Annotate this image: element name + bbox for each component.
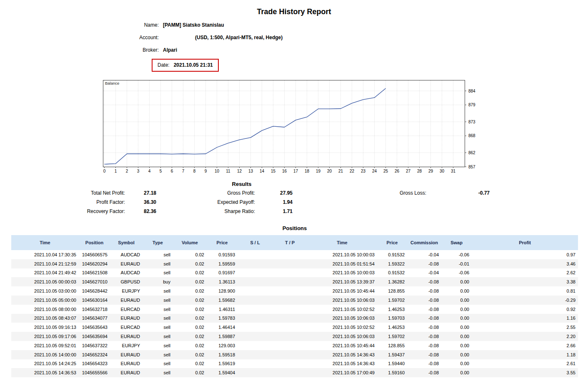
y-tick-label: 862 — [468, 150, 475, 155]
table-cell: sell — [143, 296, 173, 305]
table-cell: 1045627010 — [79, 277, 110, 286]
table-cell — [273, 286, 307, 296]
x-tick-label: 6 — [171, 169, 173, 173]
x-tick-label: 20 — [327, 169, 332, 173]
table-cell: 2021.10.05 17:00:49 — [307, 368, 377, 377]
table-cell — [238, 332, 273, 341]
results-section: Results Total Net Profit:27.18Gross Prof… — [0, 181, 588, 214]
table-cell — [273, 277, 307, 286]
table-cell: 0.02 — [173, 277, 207, 286]
table-cell: 0.00 — [441, 350, 472, 359]
table-cell: 2021.10.05 10:00:03 — [307, 268, 377, 278]
x-tick-label: 3 — [137, 169, 140, 173]
table-cell — [238, 268, 273, 278]
column-header: Position — [79, 235, 110, 250]
table-cell: EURCAD — [110, 323, 143, 332]
table-cell: sell — [143, 359, 173, 368]
table-cell — [273, 305, 307, 314]
table-row: 2021.10.05 05:00:001045630164EURAUDsell0… — [11, 296, 578, 305]
table-cell: -0.08 — [407, 332, 441, 341]
table-cell — [273, 296, 307, 305]
table-cell — [238, 359, 273, 368]
table-cell: 0.00 — [441, 286, 472, 296]
table-cell — [273, 341, 307, 350]
positions-heading: Positions — [11, 225, 578, 232]
table-cell: 3.46 — [472, 259, 578, 268]
table-cell: 0.00 — [441, 277, 472, 286]
table-cell: 2021.10.05 14:36:43 — [307, 359, 377, 368]
report-info: Name:[PAMM] Siatsko Stanislau Account:(U… — [0, 21, 588, 72]
table-cell: 2021.10.05 14:00:00 — [11, 350, 79, 359]
table-cell: buy — [143, 277, 173, 286]
table-cell: 0.02 — [173, 314, 207, 323]
table-cell: 1.59440 — [377, 359, 407, 368]
table-cell: 0.00 — [441, 323, 472, 332]
table-cell: 1.46414 — [207, 323, 238, 332]
table-cell: EURAUD — [110, 368, 143, 377]
table-cell: 1045654323 — [79, 359, 110, 368]
table-cell: 0.00 — [441, 359, 472, 368]
table-cell: 0.81 — [472, 286, 578, 296]
table-cell: 1.59404 — [207, 368, 238, 377]
table-cell: 1045620294 — [79, 259, 110, 268]
table-cell — [273, 332, 307, 341]
result-label — [293, 208, 426, 214]
table-cell: 0.02 — [173, 350, 207, 359]
table-cell: 2.61 — [472, 359, 578, 368]
table-cell: 0.02 — [173, 268, 207, 278]
table-cell: sell — [143, 259, 173, 268]
table-cell — [238, 286, 273, 296]
x-tick-label: 8 — [193, 169, 196, 173]
page-title: Trade History Report — [0, 8, 588, 16]
table-cell: 2021.10.04 21:49:42 — [11, 268, 79, 278]
table-cell: -0.08 — [407, 305, 441, 314]
table-cell: -0.06 — [441, 268, 472, 278]
table-cell — [238, 368, 273, 377]
result-label: Gross Loss: — [293, 190, 426, 196]
table-cell: 0.91697 — [207, 268, 238, 278]
table-cell: 0.00 — [441, 368, 472, 377]
table-cell: 1.59703 — [377, 314, 407, 323]
table-cell: EURCAD — [110, 305, 143, 314]
table-cell: 2021.10.05 09:17:06 — [11, 332, 79, 341]
x-tick-label: 28 — [417, 169, 422, 173]
table-cell: GBPUSD — [110, 277, 143, 286]
info-row-name: Name:[PAMM] Siatsko Stanislau — [0, 21, 588, 29]
result-label: Recovery Factor: — [11, 208, 125, 214]
balance-chart: 0123456789101112131415161718192021222324… — [103, 80, 495, 177]
table-cell: 1.59702 — [377, 296, 407, 305]
table-cell: 129.003 — [207, 341, 238, 350]
account-label: Account: — [0, 34, 159, 41]
table-cell: 2021.10.04 21:12:59 — [11, 259, 79, 268]
x-tick-label: 5 — [160, 169, 162, 173]
table-cell — [273, 250, 307, 259]
column-header: S / L — [238, 235, 273, 250]
table-cell: sell — [143, 341, 173, 350]
table-cell: 0.02 — [173, 259, 207, 268]
table-cell: 1.46311 — [207, 305, 238, 314]
y-tick-label: 879 — [468, 103, 475, 107]
table-cell: 2.20 — [472, 332, 578, 341]
broker-label: Broker: — [0, 46, 159, 54]
table-cell: 2021.10.05 03:00:00 — [11, 286, 79, 296]
table-cell: 1045637322 — [79, 341, 110, 350]
table-row: 2021.10.05 14:36:531045655566EURAUDsell0… — [11, 368, 578, 377]
table-cell: 2021.10.05 05:00:00 — [11, 296, 79, 305]
table-cell: 0.02 — [173, 323, 207, 332]
table-cell: 1045606575 — [79, 250, 110, 259]
info-row-account: Account:(USD, 1:500, Alpari-MT5, real, H… — [0, 34, 588, 41]
table-cell: EURAUD — [110, 296, 143, 305]
table-cell — [238, 341, 273, 350]
positions-table: TimePositionSymbolTypeVolumePriceS / LT … — [11, 235, 578, 377]
x-tick-label: 4 — [148, 169, 151, 173]
positions-table-body: 2021.10.04 17:30:351045606575AUDCADsell0… — [11, 250, 578, 377]
table-cell — [238, 259, 273, 268]
table-cell: EURJPY — [110, 341, 143, 350]
table-cell: 0.00 — [441, 341, 472, 350]
x-tick-label: 11 — [226, 169, 230, 173]
results-grid: Total Net Profit:27.18Gross Profit:27.95… — [11, 190, 588, 214]
table-row: 2021.10.05 09:16:131045635643EURCADsell0… — [11, 323, 578, 332]
table-cell: 0.91532 — [377, 268, 407, 278]
table-cell: sell — [143, 250, 173, 259]
column-header: Swap — [441, 235, 472, 250]
